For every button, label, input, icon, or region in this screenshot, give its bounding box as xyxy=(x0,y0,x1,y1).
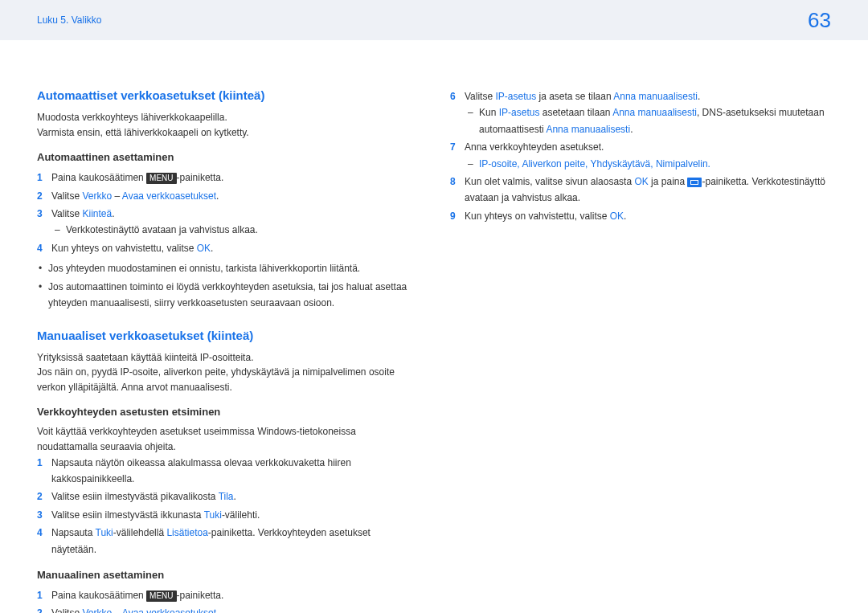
auto-steps: 1 Paina kaukosäätimen MENU-painiketta. 2… xyxy=(37,170,418,256)
text: Valitse esiin ilmestyvästä ikkunasta xyxy=(51,509,204,521)
kiintea: Kiinteä xyxy=(82,208,112,219)
text: Kun olet valmis, valitse sivun alaosasta xyxy=(465,176,634,187)
auto-step-3: 3 Valitse Kiinteä. Verkkotestinäyttö ava… xyxy=(37,206,418,239)
auto-p2: Varmista ensin, että lähiverkkokaapeli o… xyxy=(37,125,418,141)
menu-chip: MENU xyxy=(146,173,176,184)
heading-manual-setup: Manuaalinen asettaminen xyxy=(37,569,418,581)
text: Valitse esiin ilmestyvästä pikavalikosta xyxy=(51,491,219,502)
heading-auto-network: Automaattiset verkkoasetukset (kiinteä) xyxy=(37,88,418,102)
text: asetetaan tilaan xyxy=(539,107,612,118)
tuki: Tuki xyxy=(96,527,113,538)
text: -painiketta. xyxy=(177,172,224,183)
find-step-4: 4 Napsauta Tuki-välilehdellä Lisätietoa-… xyxy=(37,525,418,558)
text: – xyxy=(112,190,122,202)
heading-find-settings: Verkkoyhteyden asetusten etsiminen xyxy=(37,406,418,418)
text: -välilehdellä xyxy=(113,527,167,538)
text: . xyxy=(234,491,236,502)
dash-list: Kun IP-asetus asetetaan tilaan Anna manu… xyxy=(465,104,831,137)
find-p: Voit käyttää verkkoyhteyden asetukset us… xyxy=(37,424,418,454)
ip-asetus: IP-asetus xyxy=(495,91,536,102)
left-column: Automaattiset verkkoasetukset (kiinteä) … xyxy=(37,88,418,613)
find-step-1: 1Napsauta näytön oikeassa alakulmassa ol… xyxy=(37,455,418,488)
text: . xyxy=(624,210,626,222)
verkko: Verkko xyxy=(82,607,112,613)
verkko: Verkko xyxy=(82,190,112,202)
text: – xyxy=(112,607,122,613)
text: Napsauta näytön oikeassa alakulmassa ole… xyxy=(51,457,351,484)
text: Kun yhteys on vahvistettu, valitse xyxy=(465,210,610,222)
dash-item: Kun IP-asetus asetetaan tilaan Anna manu… xyxy=(479,104,831,137)
lisatietoa: Lisätietoa xyxy=(166,527,207,538)
ip-asetus: IP-asetus xyxy=(499,107,540,118)
r-step-8: 8 Kun olet valmis, valitse sivun alaosas… xyxy=(450,174,831,206)
auto-notes: Jos yhteyden muodostaminen ei onnistu, t… xyxy=(37,261,418,311)
dash-item: IP-osoite, Aliverkon peite, Yhdyskäytävä… xyxy=(479,156,831,172)
text: ja paina xyxy=(649,176,688,187)
man-step-1: 1 Paina kaukosäätimen MENU-painiketta. xyxy=(37,587,418,603)
dash-list: Verkkotestinäyttö avataan ja vahvistus a… xyxy=(51,222,418,238)
page-header: Luku 5. Valikko 63 xyxy=(0,0,868,40)
text: Napsauta xyxy=(51,527,96,538)
r-step-7: 7 Anna verkkoyhteyden asetukset. IP-osoi… xyxy=(450,139,831,172)
dash-list: IP-osoite, Aliverkon peite, Yhdyskäytävä… xyxy=(465,156,831,172)
ok: OK xyxy=(634,176,648,187)
anna-manuaalisesti: Anna manuaalisesti xyxy=(613,91,698,102)
text: ja aseta se tilaan xyxy=(536,91,613,102)
enter-icon xyxy=(687,178,702,187)
text: Kun xyxy=(479,107,499,118)
page-number: 63 xyxy=(808,8,831,33)
text: Anna verkkoyhteyden asetukset. xyxy=(465,141,604,153)
text: -välilehti. xyxy=(222,509,260,521)
text: . xyxy=(630,124,633,135)
text: Valitse xyxy=(465,91,495,102)
auto-p1: Muodosta verkkoyhteys lähiverkkokaapelil… xyxy=(37,110,418,125)
auto-step-2: 2 Valitse Verkko – Avaa verkkoasetukset. xyxy=(37,188,418,204)
man-p2: Jos näin on, pyydä IP-osoite, aliverkon … xyxy=(37,365,418,394)
heading-manual-network: Manuaaliset verkkoasetukset (kiinteä) xyxy=(37,329,418,342)
r-step-9: 9 Kun yhteys on vahvistettu, valitse OK. xyxy=(450,208,831,224)
text: -painiketta. xyxy=(177,590,224,601)
anna-manuaalisesti: Anna manuaalisesti xyxy=(546,124,630,135)
ok: OK xyxy=(610,210,624,222)
content-area: Automaattiset verkkoasetukset (kiinteä) … xyxy=(0,40,868,613)
avaa-verkkoasetukset: Avaa verkkoasetukset xyxy=(122,607,216,613)
note-1: Jos yhteyden muodostaminen ei onnistu, t… xyxy=(48,261,418,276)
anna-manuaalisesti: Anna manuaalisesti xyxy=(612,107,697,118)
text: . xyxy=(216,607,219,613)
dash-item: Verkkotestinäyttö avataan ja vahvistus a… xyxy=(66,222,418,238)
text: Valitse xyxy=(51,190,82,202)
auto-step-1: 1 Paina kaukosäätimen MENU-painiketta. xyxy=(37,170,418,186)
text: . xyxy=(216,190,219,202)
text: . xyxy=(211,243,213,254)
ok: OK xyxy=(197,243,211,254)
text: Valitse xyxy=(51,208,82,219)
text: . xyxy=(112,208,114,219)
tila: Tila xyxy=(219,491,234,502)
menu-chip: MENU xyxy=(146,591,176,602)
find-step-3: 3 Valitse esiin ilmestyvästä ikkunasta T… xyxy=(37,507,418,523)
text: . xyxy=(698,91,700,102)
r-step-6: 6 Valitse IP-asetus ja aseta se tilaan A… xyxy=(450,88,831,137)
man-steps: 1 Paina kaukosäätimen MENU-painiketta. 2… xyxy=(37,587,418,613)
text: Paina kaukosäätimen xyxy=(51,172,146,183)
auto-step-4: 4 Kun yhteys on vahvistettu, valitse OK. xyxy=(37,240,418,256)
note-2: Jos automaattinen toiminto ei löydä verk… xyxy=(48,280,418,310)
ip-fields: IP-osoite, Aliverkon peite, Yhdyskäytävä… xyxy=(479,158,710,170)
man-step-2: 2 Valitse Verkko – Avaa verkkoasetukset. xyxy=(37,605,418,613)
avaa-verkkoasetukset: Avaa verkkoasetukset xyxy=(122,190,216,202)
find-step-2: 2 Valitse esiin ilmestyvästä pikavalikos… xyxy=(37,488,418,505)
tuki: Tuki xyxy=(204,509,222,521)
right-steps: 6 Valitse IP-asetus ja aseta se tilaan A… xyxy=(450,88,831,224)
text: Kun yhteys on vahvistettu, valitse xyxy=(51,243,197,254)
text: Valitse xyxy=(51,607,82,613)
find-steps: 1Napsauta näytön oikeassa alakulmassa ol… xyxy=(37,455,418,558)
breadcrumb: Luku 5. Valikko xyxy=(37,14,102,26)
heading-auto-setup: Automaattinen asettaminen xyxy=(37,151,418,163)
right-column: 6 Valitse IP-asetus ja aseta se tilaan A… xyxy=(450,88,831,613)
man-p1: Yrityksissä saatetaan käyttää kiinteitä … xyxy=(37,350,418,366)
text: Paina kaukosäätimen xyxy=(51,590,146,601)
